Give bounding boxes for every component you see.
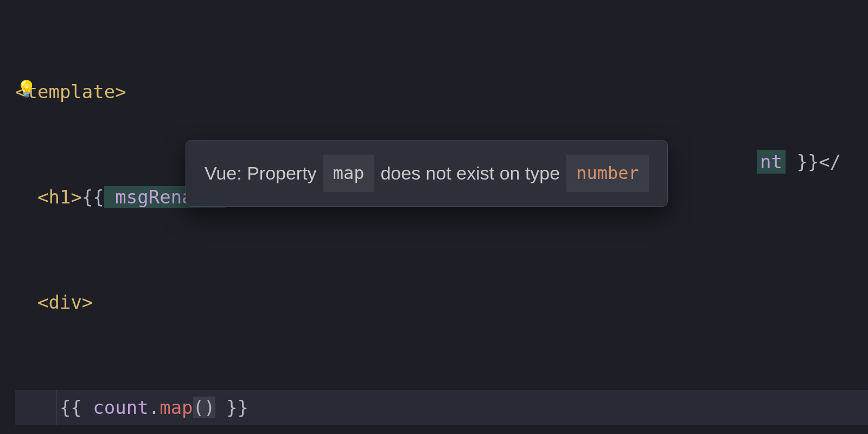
code-line[interactable]: <div> <box>15 285 868 320</box>
code-fragment-obscured: nt }}</ <box>757 144 841 180</box>
tag-name: template <box>26 81 115 103</box>
tooltip-prefix: Vue: Property <box>205 156 317 191</box>
lightbulb-icon[interactable]: 💡 <box>16 73 36 104</box>
code-editor[interactable]: <template> <h1>{{ msgRename }}</h1> <div… <box>0 0 868 434</box>
code-line[interactable]: <template> <box>15 74 868 110</box>
selection: () <box>193 397 215 418</box>
tooltip-property: map <box>323 155 374 192</box>
indent-guide <box>56 390 57 425</box>
error-token[interactable]: map <box>159 397 193 418</box>
tooltip-type: number <box>566 155 649 192</box>
code-line-active[interactable]: {{ count.map() }} <box>15 390 868 425</box>
variable: count <box>93 397 148 418</box>
error-tooltip[interactable]: Vue: Property map does not exist on type… <box>186 140 668 207</box>
bracket: > <box>115 81 126 103</box>
tooltip-mid: does not exist on type <box>380 156 560 191</box>
